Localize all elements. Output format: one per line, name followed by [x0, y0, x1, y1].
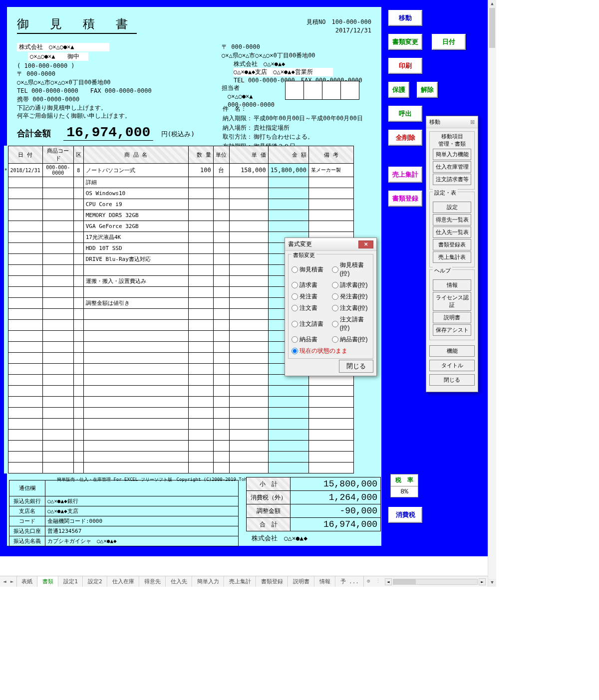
- row-date[interactable]: [8, 199, 42, 210]
- move-action-button[interactable]: タイトル: [429, 360, 475, 371]
- table-row[interactable]: *2018/12/31000-000-00008ノートパソコン一式100台158…: [4, 164, 353, 177]
- row-price[interactable]: [229, 298, 268, 309]
- row-code[interactable]: [42, 309, 73, 320]
- row-unit[interactable]: [213, 199, 229, 210]
- table-row[interactable]: OS Windows10: [4, 188, 353, 199]
- scroll-right-icon[interactable]: ►: [479, 578, 486, 585]
- table-row[interactable]: [4, 452, 353, 463]
- row-note[interactable]: 某メーカー製: [308, 164, 353, 177]
- row-qty[interactable]: [188, 419, 213, 430]
- row-price[interactable]: [229, 210, 268, 221]
- row-cls[interactable]: [73, 353, 83, 364]
- row-code[interactable]: [42, 342, 73, 353]
- row-name[interactable]: MEMORY DDR5 32GB: [83, 210, 188, 221]
- row-cls[interactable]: [73, 177, 83, 188]
- row-name[interactable]: [83, 287, 188, 298]
- row-qty[interactable]: [188, 177, 213, 188]
- radio-icon[interactable]: [332, 266, 338, 273]
- row-amount[interactable]: [268, 210, 308, 221]
- row-price[interactable]: [229, 353, 268, 364]
- row-name[interactable]: [83, 342, 188, 353]
- row-unit[interactable]: [213, 452, 229, 463]
- row-qty[interactable]: [188, 463, 213, 473]
- row-code[interactable]: [42, 276, 73, 287]
- row-date[interactable]: [8, 287, 42, 298]
- format-option[interactable]: 注文書(控): [332, 304, 370, 312]
- row-cls[interactable]: [73, 375, 83, 386]
- row-code[interactable]: [42, 232, 73, 243]
- row-unit[interactable]: [213, 364, 229, 375]
- radio-icon[interactable]: [332, 282, 338, 288]
- sheet-nav-prev-icon[interactable]: ◄: [3, 578, 6, 585]
- row-name[interactable]: ノートパソコン一式: [83, 164, 188, 177]
- sheet-nav-next-icon[interactable]: ►: [10, 578, 14, 585]
- row-code[interactable]: [42, 408, 73, 419]
- row-qty[interactable]: [188, 320, 213, 331]
- sheet-tab[interactable]: 設定2: [83, 576, 107, 587]
- sheet-tab[interactable]: 説明書: [288, 576, 314, 587]
- move-nav-button[interactable]: 仕入先一覧表: [433, 227, 471, 238]
- row-code[interactable]: [42, 210, 73, 221]
- format-keep-option[interactable]: 現在の状態のまま: [292, 347, 370, 355]
- table-row[interactable]: VGA GeForce 32GB: [4, 221, 353, 232]
- row-date[interactable]: [8, 364, 42, 375]
- row-code[interactable]: [42, 430, 73, 441]
- sheet-tab[interactable]: 書類登録: [256, 576, 288, 587]
- radio-icon[interactable]: [292, 321, 298, 327]
- row-code[interactable]: [42, 452, 73, 463]
- row-code[interactable]: [42, 320, 73, 331]
- row-amount[interactable]: 15,800,000: [268, 164, 308, 177]
- row-unit[interactable]: [213, 254, 229, 265]
- row-cls[interactable]: [73, 298, 83, 309]
- format-option[interactable]: 請求書(控): [332, 281, 370, 289]
- delete-all-button[interactable]: 全削除: [388, 130, 422, 146]
- move-nav-button[interactable]: 簡単入力機能: [433, 149, 471, 160]
- row-code[interactable]: [42, 221, 73, 232]
- format-close-button[interactable]: 閉じる: [339, 360, 373, 373]
- row-note[interactable]: [308, 210, 353, 221]
- row-code[interactable]: [42, 419, 73, 430]
- row-cls[interactable]: 8: [73, 164, 83, 177]
- table-row[interactable]: [4, 419, 353, 430]
- row-note[interactable]: [308, 177, 353, 188]
- row-unit[interactable]: [213, 386, 229, 397]
- row-price[interactable]: [229, 364, 268, 375]
- row-qty[interactable]: [188, 408, 213, 419]
- vertical-scrollbar[interactable]: ▲ ▼: [488, 0, 496, 587]
- row-name[interactable]: [83, 375, 188, 386]
- row-name[interactable]: DRIVE Blu-Ray書込対応: [83, 254, 188, 265]
- row-qty[interactable]: [188, 441, 213, 452]
- row-unit[interactable]: [213, 353, 229, 364]
- row-qty[interactable]: [188, 342, 213, 353]
- row-name[interactable]: [83, 408, 188, 419]
- row-qty[interactable]: [188, 430, 213, 441]
- row-name[interactable]: HDD 10T SSD: [83, 243, 188, 254]
- close-icon[interactable]: ⊠: [470, 119, 475, 125]
- radio-icon[interactable]: [332, 336, 338, 343]
- row-amount[interactable]: [268, 386, 308, 397]
- sheet-tab[interactable]: 予 ...: [335, 576, 364, 587]
- sales-total-button[interactable]: 売上集計: [388, 167, 422, 183]
- row-qty[interactable]: [188, 188, 213, 199]
- row-amount[interactable]: [268, 452, 308, 463]
- row-code[interactable]: [42, 254, 73, 265]
- row-code[interactable]: [42, 364, 73, 375]
- row-price[interactable]: [229, 452, 268, 463]
- row-date[interactable]: [8, 408, 42, 419]
- move-button[interactable]: 移動: [388, 10, 422, 26]
- print-button[interactable]: 印刷: [388, 58, 422, 74]
- row-unit[interactable]: [213, 265, 229, 276]
- row-date[interactable]: [8, 452, 42, 463]
- row-amount[interactable]: [268, 419, 308, 430]
- format-option[interactable]: 発注書(控): [332, 292, 370, 301]
- row-cls[interactable]: [73, 309, 83, 320]
- row-note[interactable]: [308, 463, 353, 473]
- row-unit[interactable]: [213, 232, 229, 243]
- row-qty[interactable]: 100: [188, 164, 213, 177]
- row-date[interactable]: [8, 419, 42, 430]
- format-option[interactable]: 注文書: [292, 304, 330, 312]
- row-date[interactable]: [8, 221, 42, 232]
- date-button[interactable]: 日付: [432, 34, 466, 50]
- row-unit[interactable]: [213, 320, 229, 331]
- row-qty[interactable]: [188, 375, 213, 386]
